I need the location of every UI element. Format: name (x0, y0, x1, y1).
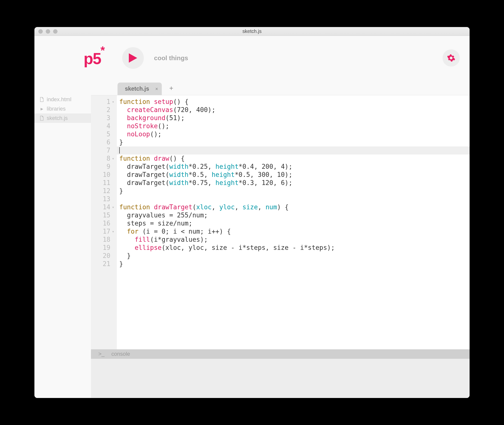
line-number: 8▾ (97, 155, 114, 163)
new-tab-button[interactable]: + (169, 84, 173, 95)
app-window: sketch.js p5* cool things index.html▶lib… (34, 27, 470, 398)
code-line[interactable]: background(51); (119, 114, 470, 122)
minimize-window-button[interactable] (46, 29, 50, 34)
line-number: 16 (97, 219, 114, 227)
file-icon (39, 97, 44, 102)
line-number: 10 (97, 171, 114, 179)
code-line[interactable]: fill(i*grayvalues); (119, 236, 470, 244)
console-label: console (111, 351, 130, 357)
project-name[interactable]: cool things (154, 54, 188, 62)
line-number: 20 (97, 252, 114, 260)
svg-marker-0 (129, 53, 137, 63)
code-line[interactable]: } (119, 138, 470, 146)
console-header[interactable]: >_ console (91, 349, 470, 359)
play-icon (129, 53, 137, 63)
code-line[interactable]: function draw() { (119, 155, 470, 163)
tabs-row: sketch.js × + (91, 80, 470, 95)
file-icon (39, 116, 44, 121)
file-sidebar: index.html▶librariessketch.js (34, 80, 91, 398)
code-line[interactable]: ellipse(xloc, yloc, size - i*steps, size… (119, 244, 470, 252)
zoom-window-button[interactable] (53, 29, 58, 34)
gear-icon (447, 54, 455, 62)
toolbar: p5* cool things (34, 36, 470, 80)
line-number: 1▾ (97, 98, 114, 106)
code-line[interactable]: } (119, 187, 470, 195)
editor-pane: sketch.js × + 1▾2345678▾91011121314▾1516… (91, 80, 470, 398)
fold-toggle-icon[interactable]: ▾ (111, 155, 114, 163)
code-line[interactable]: } (119, 252, 470, 260)
line-number: 4 (97, 122, 114, 130)
traffic-lights (34, 29, 58, 34)
close-window-button[interactable] (38, 29, 43, 34)
file-tree-item[interactable]: sketch.js (34, 113, 91, 123)
file-tree-item-label: sketch.js (47, 115, 68, 121)
line-number: 14▾ (97, 203, 114, 211)
line-number: 13 (97, 195, 114, 203)
line-number: 5 (97, 130, 114, 138)
line-number: 9 (97, 163, 114, 171)
window-title: sketch.js (34, 28, 470, 34)
fold-toggle-icon[interactable]: ▾ (111, 203, 114, 211)
code-line[interactable]: drawTarget(width*0.5, height*0.5, 300, 1… (119, 171, 470, 179)
line-number: 19 (97, 244, 114, 252)
logo-text: p5 (84, 50, 101, 68)
console-output[interactable] (91, 359, 470, 398)
code-line[interactable]: noStroke(); (119, 122, 470, 130)
code-line[interactable]: for (i = 0; i < num; i++) { (119, 227, 470, 236)
file-tree-item-label: index.html (47, 96, 71, 103)
line-number: 2 (97, 106, 114, 114)
text-cursor (119, 147, 120, 154)
line-number: 15 (97, 211, 114, 219)
file-tree-item-label: libraries (47, 106, 66, 112)
line-number: 17▾ (97, 227, 114, 236)
code-line[interactable]: drawTarget(width*0.25, height*0.4, 200, … (119, 163, 470, 171)
settings-button[interactable] (443, 49, 460, 67)
line-number: 3 (97, 114, 114, 122)
code-line[interactable]: steps = size/num; (119, 219, 470, 227)
code-line[interactable]: function setup() { (119, 98, 470, 106)
code-line[interactable] (117, 146, 470, 155)
line-number: 7 (97, 146, 114, 155)
code-editor[interactable]: 1▾2345678▾91011121314▾151617▾18192021 fu… (91, 95, 470, 349)
tab-sketch-js[interactable]: sketch.js × (118, 83, 162, 95)
code-line[interactable]: } (119, 260, 470, 268)
code-line[interactable]: drawTarget(width*0.75, height*0.3, 120, … (119, 179, 470, 187)
line-number-gutter: 1▾2345678▾91011121314▾151617▾18192021 (91, 95, 117, 349)
fold-toggle-icon[interactable]: ▾ (111, 227, 114, 236)
run-button[interactable] (122, 47, 144, 69)
line-number: 12 (97, 187, 114, 195)
file-tree-item[interactable]: index.html (34, 95, 91, 104)
code-line[interactable] (119, 195, 470, 203)
code-line[interactable]: grayvalues = 255/num; (119, 211, 470, 219)
line-number: 6 (97, 138, 114, 146)
code-content[interactable]: function setup() { createCanvas(720, 400… (117, 95, 470, 349)
folder-icon: ▶ (39, 107, 44, 111)
logo-asterisk: * (101, 44, 104, 57)
code-line[interactable]: createCanvas(720, 400); (119, 106, 470, 114)
console-prompt-icon: >_ (98, 351, 104, 357)
fold-toggle-icon[interactable]: ▾ (111, 98, 114, 106)
line-number: 18 (97, 236, 114, 244)
tab-label: sketch.js (125, 85, 149, 92)
code-line[interactable]: function drawTarget(xloc, yloc, size, nu… (119, 203, 470, 211)
file-tree: index.html▶librariessketch.js (34, 95, 91, 123)
main-body: index.html▶librariessketch.js sketch.js … (34, 80, 470, 398)
close-tab-icon[interactable]: × (155, 86, 158, 91)
file-tree-item[interactable]: ▶libraries (34, 104, 91, 113)
p5-logo: p5* (84, 48, 105, 68)
code-line[interactable]: noLoop(); (119, 130, 470, 138)
line-number: 11 (97, 179, 114, 187)
titlebar: sketch.js (34, 27, 470, 36)
line-number: 21 (97, 260, 114, 268)
